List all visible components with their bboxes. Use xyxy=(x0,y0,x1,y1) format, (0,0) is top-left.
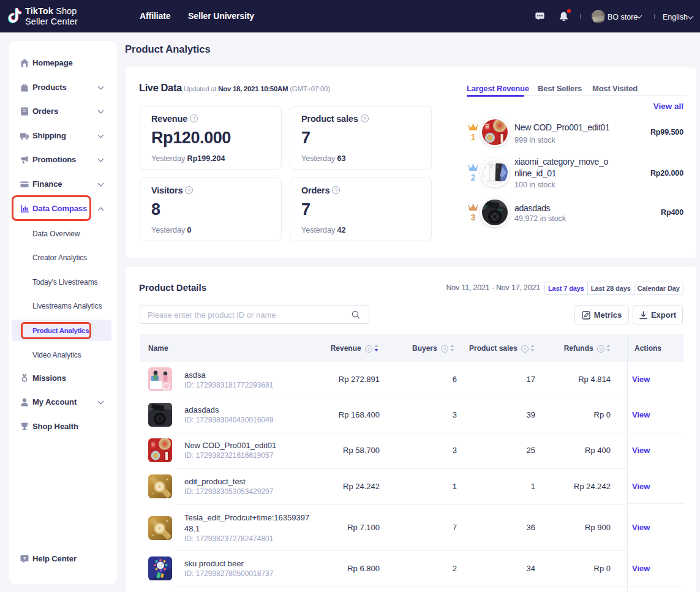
svg-text:no: no xyxy=(151,407,154,410)
svg-text:?: ? xyxy=(23,556,26,561)
svg-text:no: no xyxy=(486,204,489,208)
